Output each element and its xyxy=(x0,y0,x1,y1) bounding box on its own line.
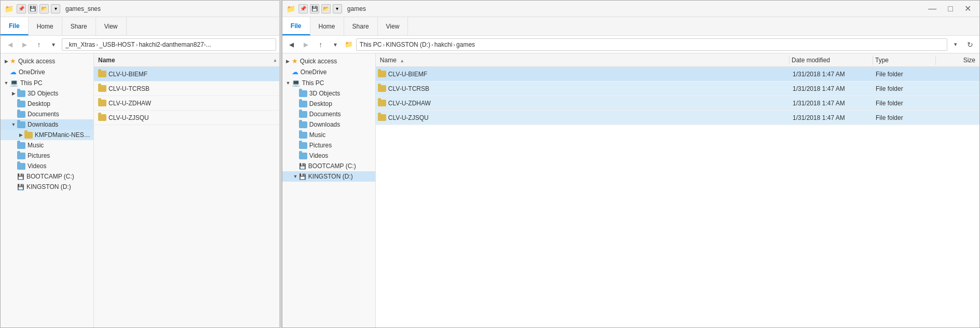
right-sidebar-item-kingston[interactable]: ▼ 💾 KINGSTON (D:) xyxy=(282,171,375,182)
right-maximize-btn[interactable]: □ xyxy=(944,4,957,13)
right-folder-btn[interactable]: 📂 xyxy=(321,4,331,13)
left-file-2-icon xyxy=(98,100,106,106)
right-minimize-btn[interactable]: — xyxy=(924,4,941,13)
left-dropdown-btn[interactable]: ▾ xyxy=(51,4,60,13)
right-expand-path-btn[interactable]: ▾ xyxy=(949,38,962,51)
left-sidebar-item-onedrive[interactable]: ☁ OneDrive xyxy=(1,66,93,77)
right-sidebar-item-this-pc[interactable]: ▼ 💻 This PC xyxy=(282,77,375,88)
left-tab-view[interactable]: View xyxy=(96,17,127,35)
left-tab-share[interactable]: Share xyxy=(62,17,96,35)
left-sidebar: ▶ ★ Quick access ☁ OneDrive ▼ 💻 This PC … xyxy=(1,53,94,327)
left-sidebar-item-this-pc[interactable]: ▼ 💻 This PC xyxy=(1,77,93,88)
right-file-0-type: File folder xyxy=(874,71,936,78)
right-file-3-date: 1/31/2018 1:47 AM xyxy=(791,114,874,121)
left-folder-btn[interactable]: 📂 xyxy=(39,4,49,13)
right-kingston-drive-icon: 💾 xyxy=(299,173,306,180)
right-history-btn[interactable]: ▾ xyxy=(329,38,342,51)
right-col-size-header[interactable]: Size xyxy=(936,57,977,64)
right-sidebar: ▶ ★ Quick access ☁ OneDrive ▼ 💻 This PC … xyxy=(282,53,376,327)
right-col-type-header[interactable]: Type xyxy=(873,57,935,64)
left-sidebar-item-music[interactable]: Music xyxy=(1,140,93,151)
right-music-icon xyxy=(299,132,307,139)
right-sidebar-item-bootcamp[interactable]: 💾 BOOTCAMP (C:) xyxy=(282,161,375,171)
right-col-name-header[interactable]: Name ▲ xyxy=(378,57,789,64)
left-sidebar-item-documents[interactable]: Documents xyxy=(1,109,93,119)
right-kingston-label: KINGSTON (D:) xyxy=(308,173,353,180)
right-file-item-3[interactable]: CLV-U-ZJSQU 1/31/2018 1:47 AM File folde… xyxy=(376,111,979,125)
left-sidebar-item-desktop[interactable]: Desktop xyxy=(1,99,93,109)
left-sidebar-item-pictures[interactable]: Pictures xyxy=(1,151,93,161)
right-address-bar: ◀ ▶ ↑ ▾ 📁 This PC › KINGSTON (D:) › hakc… xyxy=(282,36,979,53)
left-file-2-name: CLV-U-ZDHAW xyxy=(108,100,151,107)
left-sidebar-item-videos[interactable]: Videos xyxy=(1,161,93,171)
left-onedrive-label: OneDrive xyxy=(19,69,45,76)
right-path-seg4: games xyxy=(456,41,475,48)
left-tab-file[interactable]: File xyxy=(1,17,29,35)
left-sidebar-item-kingston[interactable]: 💾 KINGSTON (D:) xyxy=(1,182,93,192)
right-close-btn[interactable]: ✕ xyxy=(960,4,975,13)
right-back-btn[interactable]: ◀ xyxy=(285,38,298,51)
right-sidebar-item-music[interactable]: Music xyxy=(282,130,375,140)
right-sidebar-item-downloads[interactable]: Downloads xyxy=(282,119,375,130)
right-downloads-icon xyxy=(299,121,307,128)
left-back-btn[interactable]: ◀ xyxy=(4,38,16,51)
right-tab-file[interactable]: File xyxy=(282,17,310,35)
left-sidebar-item-quick-access[interactable]: ▶ ★ Quick access xyxy=(1,56,93,66)
left-this-pc-label: This PC xyxy=(20,79,43,87)
left-documents-icon xyxy=(17,111,25,118)
left-save-btn[interactable]: 💾 xyxy=(28,4,37,13)
left-onedrive-icon: ☁ xyxy=(10,68,17,76)
right-sidebar-item-onedrive[interactable]: ☁ OneDrive xyxy=(282,66,375,77)
right-sidebar-item-videos[interactable]: Videos xyxy=(282,151,375,161)
right-file-item-2[interactable]: CLV-U-ZDHAW 1/31/2018 1:47 AM File folde… xyxy=(376,96,979,111)
right-up-btn[interactable]: ↑ xyxy=(315,38,327,51)
right-forward-btn[interactable]: ▶ xyxy=(300,38,312,51)
left-3dobjects-label: 3D Objects xyxy=(28,90,58,97)
right-file-item-1[interactable]: CLV-U-TCRSB 1/31/2018 1:47 AM File folde… xyxy=(376,81,979,96)
right-tab-view[interactable]: View xyxy=(378,17,409,35)
right-refresh-btn[interactable]: ↻ xyxy=(964,38,976,51)
right-col-date-header[interactable]: Date modified xyxy=(790,57,873,64)
right-file-item-0[interactable]: CLV-U-BIEMF 1/31/2018 1:47 AM File folde… xyxy=(376,67,979,81)
left-downloads-label: Downloads xyxy=(28,121,58,128)
right-desktop-label: Desktop xyxy=(309,100,332,107)
left-this-pc-icon: 💻 xyxy=(10,79,18,87)
left-address-path[interactable]: _km_Xtras › _USB-HOST › hakchi2-danthema… xyxy=(62,38,276,51)
left-sidebar-item-kmfdmanic[interactable]: ▶ KMFDManic-NESC... xyxy=(1,130,93,140)
right-pin-btn[interactable]: 📌 xyxy=(298,4,308,13)
left-file-item-1[interactable]: CLV-U-TCRSB xyxy=(94,81,279,96)
right-tab-share[interactable]: Share xyxy=(344,17,378,35)
left-quick-access-label: Quick access xyxy=(18,58,55,65)
right-save-btn[interactable]: 💾 xyxy=(310,4,319,13)
left-tab-home[interactable]: Home xyxy=(29,17,62,35)
right-kingston-expand: ▼ xyxy=(292,174,299,179)
right-quick-access-expand: ▶ xyxy=(284,59,292,64)
right-dropdown-btn[interactable]: ▾ xyxy=(333,4,342,13)
right-tab-home[interactable]: Home xyxy=(310,17,344,35)
right-sidebar-item-desktop[interactable]: Desktop xyxy=(282,99,375,109)
left-file-item-3[interactable]: CLV-U-ZJSQU xyxy=(94,111,279,125)
left-file-0-icon xyxy=(98,71,106,77)
left-file-item-0[interactable]: CLV-U-BIEMF xyxy=(94,67,279,81)
right-file-2-folder-icon xyxy=(378,100,386,106)
right-path-folder-icon: 📁 xyxy=(344,39,354,50)
left-forward-btn[interactable]: ▶ xyxy=(18,38,31,51)
right-address-path[interactable]: This PC › KINGSTON (D:) › hakchi › games xyxy=(356,38,947,51)
right-file-3-name: CLV-U-ZJSQU xyxy=(388,114,791,121)
left-file-item-2[interactable]: CLV-U-ZDHAW xyxy=(94,96,279,111)
left-history-btn[interactable]: ▾ xyxy=(47,38,60,51)
left-col-name-header[interactable]: Name xyxy=(94,57,271,64)
left-bootcamp-icon: 💾 xyxy=(17,173,24,180)
right-file-2-type: File folder xyxy=(874,100,936,107)
right-sidebar-item-documents[interactable]: Documents xyxy=(282,109,375,119)
left-sidebar-item-bootcamp[interactable]: 💾 BOOTCAMP (C:) xyxy=(1,171,93,182)
left-sidebar-item-3dobjects[interactable]: ▶ 3D Objects xyxy=(1,88,93,99)
right-sidebar-item-pictures[interactable]: Pictures xyxy=(282,140,375,151)
left-sidebar-item-downloads[interactable]: ▼ Downloads xyxy=(1,119,93,130)
left-up-btn[interactable]: ↑ xyxy=(33,38,45,51)
right-sidebar-item-quick-access[interactable]: ▶ ★ Quick access xyxy=(282,56,375,66)
left-pin-btn[interactable]: 📌 xyxy=(17,4,26,13)
right-sidebar-item-3dobjects[interactable]: 3D Objects xyxy=(282,88,375,99)
left-path-seg3: hakchi2-dantheman827-... xyxy=(139,41,211,48)
right-pictures-icon xyxy=(299,142,307,149)
